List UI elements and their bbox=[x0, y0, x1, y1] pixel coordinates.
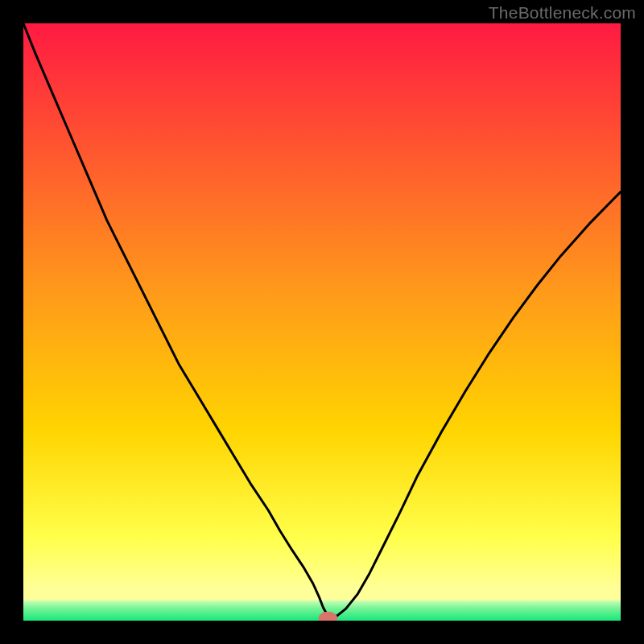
chart-background-gradient bbox=[23, 23, 621, 621]
chart-frame: TheBottleneck.com bbox=[0, 0, 644, 644]
bottleneck-chart bbox=[23, 23, 621, 621]
watermark-text: TheBottleneck.com bbox=[489, 3, 636, 23]
